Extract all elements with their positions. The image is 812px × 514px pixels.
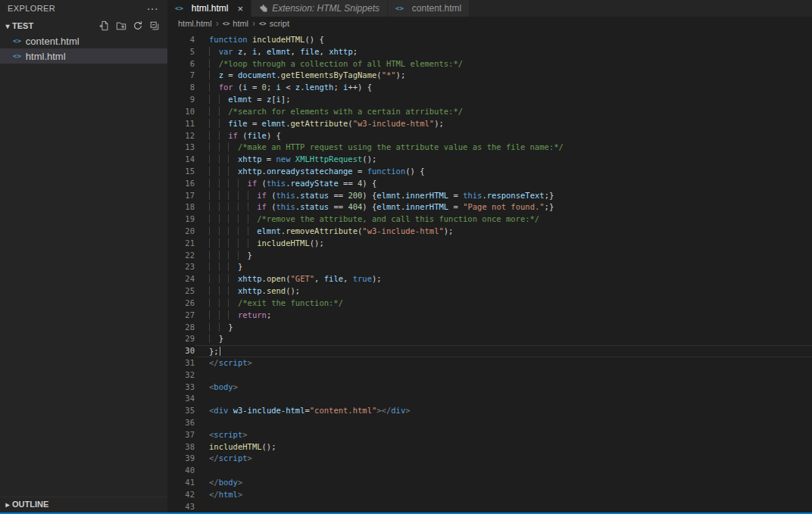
line-number[interactable]: 16 [167, 178, 195, 190]
line-number[interactable]: 7 [167, 70, 195, 82]
code-line-content[interactable]: </body> [195, 477, 812, 489]
file-item-content-html[interactable]: <> content.html [0, 33, 167, 48]
code-line-content[interactable]: xhttp = new XMLHttpRequest(); [195, 154, 812, 166]
line-number[interactable]: 15 [167, 166, 195, 178]
line-number[interactable]: 42 [167, 489, 195, 501]
code-line-content[interactable]: </script> [195, 357, 812, 369]
code-line-content[interactable]: if (this.status == 404) {elmnt.innerHTML… [195, 201, 812, 213]
code-line-content[interactable]: <script> [195, 429, 812, 441]
code-line-content[interactable]: if (this.readyState == 4) { [195, 178, 812, 190]
code-line-content[interactable]: z = document.getElementsByTagName("*"); [195, 70, 812, 82]
line-number[interactable]: 5 [167, 46, 195, 58]
code-line-content[interactable]: /*remove the attribute, and call this fu… [195, 213, 812, 226]
code-token [209, 107, 228, 116]
code-line-content[interactable]: } [195, 333, 812, 345]
code-line-content[interactable] [195, 417, 812, 429]
line-number[interactable]: 30 [167, 345, 195, 357]
code-line-content[interactable]: var z, i, elmnt, file, xhttp; [195, 46, 812, 58]
line-number[interactable]: 13 [167, 142, 195, 154]
code-line-content[interactable]: return; [195, 310, 812, 322]
code-line-content[interactable]: for (i = 0; i < z.length; i++) { [195, 82, 812, 94]
code-line-content[interactable]: /*loop through a collection of all HTML … [195, 58, 812, 70]
code-line-content[interactable]: /*exit the function:*/ [195, 297, 812, 310]
line-number[interactable]: 35 [167, 405, 195, 417]
breadcrumb-item-script[interactable]: <> script [259, 19, 289, 28]
code-line-content[interactable]: } [195, 250, 812, 262]
code-line-content[interactable]: xhttp.send(); [195, 285, 812, 297]
breadcrumb-item-file[interactable]: html.html [178, 19, 212, 28]
code-line-content[interactable]: if (this.status == 200) {elmnt.innerHTML… [195, 190, 812, 202]
file-item-html-html[interactable]: <> html.html [0, 48, 167, 64]
line-number[interactable]: 8 [167, 82, 195, 94]
line-number[interactable]: 9 [167, 94, 195, 106]
line-number[interactable]: 6 [167, 58, 195, 70]
line-number[interactable]: 36 [167, 417, 195, 429]
code-line-content[interactable]: xhttp.open("GET", file, true); [195, 273, 812, 285]
line-number[interactable]: 25 [167, 285, 195, 297]
line-number[interactable]: 31 [167, 357, 195, 369]
refresh-icon[interactable] [133, 20, 143, 31]
code-line-content[interactable]: </html> [195, 489, 812, 501]
line-number[interactable]: 24 [167, 273, 195, 285]
code-line-content[interactable]: <div w3-include-html="content.html"></di… [195, 405, 812, 417]
line-number[interactable]: 28 [167, 322, 195, 334]
code-line-content[interactable]: xhttp.onreadystatechange = function() { [195, 166, 812, 178]
line-number[interactable]: 40 [167, 465, 195, 477]
code-token: } [248, 251, 252, 260]
line-number[interactable]: 41 [167, 477, 195, 489]
line-number[interactable]: 17 [167, 190, 195, 202]
line-number[interactable]: 33 [167, 382, 195, 394]
close-icon[interactable]: × [238, 4, 244, 14]
more-actions-icon[interactable]: ··· [145, 5, 160, 12]
breadcrumb-item-html[interactable]: <> html [223, 19, 248, 28]
tab-extension-html-snippets[interactable]: Extension: HTML Snippets [251, 0, 388, 17]
line-number[interactable]: 39 [167, 453, 195, 465]
code-line-content[interactable] [195, 501, 812, 512]
code-line-content[interactable] [195, 465, 812, 477]
line-number[interactable]: 27 [167, 310, 195, 322]
code-token: w3-include-html [233, 406, 305, 415]
line-number[interactable]: 14 [167, 154, 195, 166]
code-line-content[interactable]: /*make an HTTP request using the attribu… [195, 142, 812, 154]
code-line-content[interactable]: } [195, 261, 812, 273]
line-number[interactable]: 20 [167, 226, 195, 238]
tab-html-html[interactable]: <> html.html × [167, 0, 251, 17]
line-number[interactable]: 12 [167, 130, 195, 142]
code-line-content[interactable]: /*search for elements with a certain atr… [195, 106, 812, 118]
explorer-section-test[interactable]: ▾ TEST [0, 18, 167, 33]
line-number[interactable]: 4 [167, 34, 195, 46]
line-number[interactable]: 21 [167, 238, 195, 250]
line-number[interactable]: 37 [167, 429, 195, 441]
line-number[interactable]: 23 [167, 261, 195, 273]
line-number[interactable]: 22 [167, 250, 195, 262]
code-line-content[interactable]: } [195, 322, 812, 334]
code-line-content[interactable]: if (file) { [195, 130, 812, 142]
line-number[interactable]: 43 [167, 501, 195, 512]
line-number[interactable]: 10 [167, 106, 195, 118]
code-line-content[interactable]: file = elmnt.getAttribute("w3-include-ht… [195, 118, 812, 130]
code-line-content[interactable]: elmnt.removeAttribute("w3-include-html")… [195, 226, 812, 238]
code-line-content[interactable]: </script> [195, 453, 812, 465]
line-number[interactable]: 11 [167, 118, 195, 130]
line-number[interactable]: 18 [167, 201, 195, 213]
tab-content-html[interactable]: <> content.html [388, 0, 470, 17]
line-number[interactable]: 32 [167, 369, 195, 382]
line-number[interactable]: 26 [167, 297, 195, 310]
line-number[interactable]: 34 [167, 393, 195, 405]
collapse-all-icon[interactable] [149, 20, 160, 31]
code-line-content[interactable] [195, 369, 812, 382]
code-editor[interactable]: 4function includeHTML() {5 var z, i, elm… [167, 30, 812, 512]
code-line-content[interactable]: elmnt = z[i]; [195, 94, 812, 106]
new-file-icon[interactable] [99, 20, 110, 31]
line-number[interactable]: 19 [167, 213, 195, 226]
code-line-content[interactable]: <body> [195, 382, 812, 394]
outline-section[interactable]: ▸ OUTLINE [0, 497, 167, 511]
line-number[interactable]: 29 [167, 333, 195, 345]
code-line-content[interactable]: includeHTML(); [195, 238, 812, 250]
code-line-content[interactable]: function includeHTML() { [195, 34, 812, 46]
code-line-content[interactable]: includeHTML(); [195, 441, 812, 453]
code-line-content[interactable] [195, 393, 812, 405]
line-number[interactable]: 38 [167, 441, 195, 453]
code-line-content[interactable]: }; [195, 345, 812, 357]
new-folder-icon[interactable] [116, 20, 126, 31]
